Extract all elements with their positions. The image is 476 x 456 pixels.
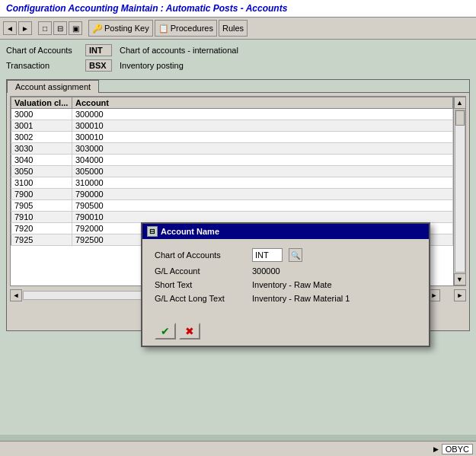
valuation-cell: 3001 [11,120,72,132]
prev-btn[interactable]: ◄ [3,21,17,35]
valuation-cell: 7920 [11,223,72,234]
account-cell: 303000 [72,143,453,155]
modal-gl-account-row: G/L Account 300000 [155,266,417,276]
valuation-cell: 3040 [11,155,72,166]
valuation-cell: 3050 [11,166,72,177]
status-value: OBYC [442,444,473,454]
modal-chart-label: Chart of Accounts [155,250,246,260]
account-cell: 304000 [72,155,453,166]
chart-of-accounts-value: INT [85,44,112,56]
valuation-cell: 3002 [11,132,72,143]
posting-key-button[interactable]: 🔑 Posting Key [88,20,153,37]
table-row[interactable]: 7910790010 [11,212,453,223]
account-cell: 305000 [72,166,453,177]
check-icon: ✔ [161,325,170,337]
account-cell: 790010 [72,212,453,223]
modal-short-text-label: Short Text [155,280,246,289]
valuation-cell: 7900 [11,189,72,200]
modal-short-text-row: Short Text Inventory - Raw Mate [155,280,417,289]
table-row[interactable]: 3000300000 [11,109,453,120]
transaction-value: BSX [85,59,112,72]
account-cell: 300010 [72,132,453,143]
status-bar: ▶ OBYC [0,441,476,456]
rules-button[interactable]: Rules [219,20,248,37]
transaction-row: Transaction BSX Inventory posting [6,59,470,72]
title-text: Configuration Accounting Maintain : Auto… [6,3,287,14]
icon1-btn[interactable]: □ [38,21,52,35]
table-row[interactable]: 3100310000 [11,177,453,189]
valuation-cell: 3100 [11,177,72,189]
main-area: Chart of Accounts INT Chart of accounts … [0,40,476,435]
col-account: Account [72,97,453,109]
table-row[interactable]: 3040304000 [11,155,453,166]
tab-account-assignment[interactable]: Account assignment [7,80,99,93]
modal-chart-input[interactable] [252,248,283,262]
table-row[interactable]: 3030303000 [11,143,453,155]
modal-gl-account-label: G/L Account [155,266,246,276]
valuation-cell: 3030 [11,143,72,155]
title-bar: Configuration Accounting Maintain : Auto… [0,0,476,18]
scroll-left-btn[interactable]: ◄ [10,289,22,301]
account-cell: 300000 [72,109,453,120]
procedures-icon: 📋 [158,24,169,33]
account-name-modal: ⊟ Account Name Chart of Accounts 🔍 G/L A… [141,222,430,347]
scroll-right-end-btn[interactable]: ► [454,289,466,301]
scroll-up-btn[interactable]: ▲ [454,97,466,109]
x-icon: ✖ [185,325,194,337]
modal-gl-account-value: 300000 [252,266,280,276]
toolbar: ◄ ► □ ⊟ ▣ 🔑 Posting Key 📋 Procedures Rul… [0,18,476,40]
procedures-button[interactable]: 📋 Procedures [155,20,217,37]
scroll-track [455,110,465,273]
table-row[interactable]: 3002300010 [11,132,453,143]
table-row[interactable]: 7905790500 [11,200,453,212]
valuation-cell: 7905 [11,200,72,212]
modal-btn-row: ✔ ✖ [142,317,429,346]
table-row[interactable]: 7900790000 [11,189,453,200]
chart-of-accounts-row: Chart of Accounts INT Chart of accounts … [6,44,470,56]
next-btn[interactable]: ► [18,21,32,35]
transaction-text: Inventory posting [120,61,184,70]
table-row[interactable]: 3050305000 [11,166,453,177]
icon3-btn[interactable]: ▣ [69,21,82,35]
scroll-thumb[interactable] [455,110,465,126]
key-icon: 🔑 [92,24,103,33]
scroll-down-btn[interactable]: ▼ [454,273,466,285]
chart-of-accounts-text: Chart of accounts - international [120,46,238,55]
account-cell: 300010 [72,120,453,132]
modal-title: Account Name [161,227,219,236]
valuation-cell: 7910 [11,212,72,223]
modal-short-text-value: Inventory - Raw Mate [252,280,332,289]
account-cell: 790500 [72,200,453,212]
modal-body: Chart of Accounts 🔍 G/L Account 300000 S… [142,239,429,317]
chart-of-accounts-label: Chart of Accounts [6,46,82,55]
modal-title-icon: ⊟ [147,226,158,237]
modal-long-text-row: G/L Acct Long Text Inventory - Raw Mater… [155,294,417,303]
tab-header: Account assignment [7,80,469,93]
modal-chart-search-btn[interactable]: 🔍 [289,248,302,262]
vertical-scrollbar[interactable]: ▲ ▼ [453,97,465,285]
col-valuation: Valuation cl... [11,97,72,109]
table-row[interactable]: 3001300010 [11,120,453,132]
valuation-cell: 3000 [11,109,72,120]
account-cell: 310000 [72,177,453,189]
modal-long-text-label: G/L Acct Long Text [155,294,246,303]
valuation-cell: 7925 [11,234,72,246]
modal-confirm-button[interactable]: ✔ [155,323,176,340]
modal-title-bar: ⊟ Account Name [142,224,429,239]
account-cell: 790000 [72,189,453,200]
modal-cancel-button[interactable]: ✖ [179,323,200,340]
modal-long-text-value: Inventory - Raw Material 1 [252,294,350,303]
status-arrow-icon: ▶ [433,445,439,453]
icon2-btn[interactable]: ⊟ [53,21,67,35]
modal-chart-row: Chart of Accounts 🔍 [155,248,417,262]
transaction-label: Transaction [6,61,82,70]
